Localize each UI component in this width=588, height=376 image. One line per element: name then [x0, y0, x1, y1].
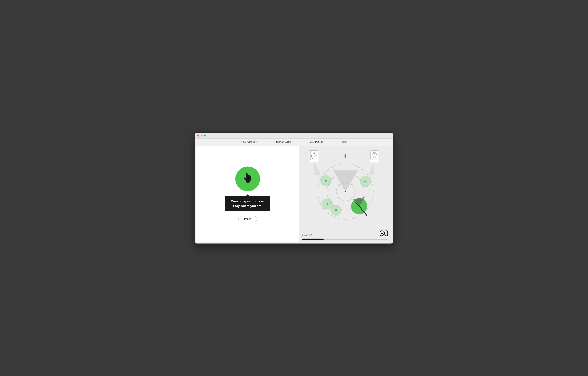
step-results-label: Results — [341, 141, 347, 143]
fullscreen-button[interactable] — [204, 134, 206, 136]
stepper: ✓ Hardware Setup ✓ Room Evaluation ● Mea… — [195, 139, 393, 145]
main-content: Measuring in progress. Stay where you ar… — [196, 146, 392, 242]
room-visualization — [299, 146, 392, 227]
connector-3 — [325, 142, 337, 142]
points-section: Points left 30 — [299, 227, 392, 242]
step-room-evaluation-label: Room Evaluation — [276, 141, 292, 143]
progress-bar-fill — [302, 239, 324, 240]
connector-1 — [260, 142, 272, 142]
points-value: 30 — [379, 229, 388, 237]
svg-point-12 — [374, 156, 375, 157]
speaker-left — [310, 150, 319, 162]
left-panel: Measuring in progress. Stay where you ar… — [196, 146, 299, 242]
message-bubble: Measuring in progress. Stay where you ar… — [225, 196, 270, 211]
message-line1: Measuring in progress. — [231, 199, 265, 204]
meas-dot-2-center — [364, 181, 366, 182]
step-room-evaluation: ✓ Room Evaluation — [274, 141, 292, 143]
step-pending-icon: ○ — [339, 141, 340, 143]
step-measurement-label: Measurement — [310, 141, 323, 143]
meas-dot-3-center — [326, 203, 328, 205]
step-hardware-setup-label: Hardware Setup — [243, 141, 258, 143]
hand-icon-circle — [235, 166, 260, 191]
points-row: Points left 30 — [302, 229, 388, 237]
close-button[interactable] — [197, 134, 199, 136]
meas-dot-1-center — [325, 180, 327, 182]
step-completed-icon: ✓ — [241, 141, 242, 143]
step-results: ○ Results — [339, 141, 347, 143]
connector-2 — [293, 142, 306, 142]
minimize-button[interactable] — [200, 134, 203, 136]
meas-dot-4-center — [335, 209, 337, 211]
right-panel: Points left 30 — [299, 146, 392, 242]
progress-bar-background — [302, 239, 388, 240]
step-active-icon: ● — [308, 141, 309, 143]
svg-point-5 — [314, 156, 315, 157]
step-hardware-setup: ✓ Hardware Setup — [241, 141, 258, 143]
app-window: ✓ Hardware Setup ✓ Room Evaluation ● Mea… — [195, 133, 393, 243]
points-label: Points left — [302, 234, 312, 237]
svg-point-7 — [314, 152, 315, 153]
svg-point-14 — [374, 152, 375, 153]
step-measurement: ● Measurement — [308, 141, 323, 143]
speaker-right — [370, 150, 379, 162]
hand-icon — [241, 172, 255, 186]
titlebar — [195, 133, 393, 139]
room-svg — [299, 146, 392, 227]
svg-rect-9 — [371, 150, 378, 160]
message-line2: Stay where you are. — [231, 204, 265, 208]
step-completed-icon-2: ✓ — [274, 141, 275, 143]
pause-button[interactable]: Pause — [238, 216, 257, 222]
svg-rect-2 — [310, 150, 318, 160]
